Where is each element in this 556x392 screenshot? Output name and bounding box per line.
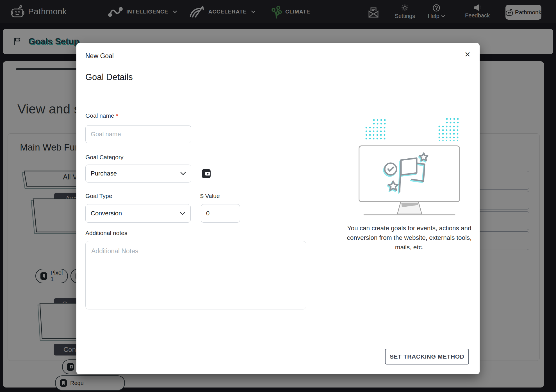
goal-type-label: Goal Type [85, 193, 112, 199]
dot-grid-decoration [437, 125, 460, 141]
app-root: Pathmonk INTELLIGENCE AC [0, 0, 556, 392]
goal-category-value: Purchase [91, 170, 117, 177]
value-input[interactable] [201, 204, 240, 223]
dot-grid-decoration [372, 118, 387, 126]
dot-grid-decoration [364, 126, 387, 141]
chevron-down-icon [180, 212, 185, 215]
goal-name-label: Goal name* [85, 112, 118, 119]
set-tracking-method-button[interactable]: SET TRACKING METHOD [385, 349, 469, 364]
notes-label: Additional notes [85, 230, 127, 236]
goal-type-value: Conversion [91, 210, 122, 217]
modal-title: New Goal [85, 52, 114, 60]
goal-flags-illustration [382, 150, 439, 196]
dot-grid-decoration [445, 117, 460, 125]
illustration-caption: You can create goals for events, actions… [347, 224, 472, 252]
modal-section-title: Goal Details [85, 72, 133, 82]
goal-name-input[interactable] [85, 125, 191, 143]
chevron-down-icon [180, 172, 186, 175]
notes-textarea[interactable] [85, 241, 306, 309]
goal-category-label: Goal Category [85, 154, 123, 161]
goal-category-select[interactable]: Purchase [85, 165, 191, 183]
goal-type-select[interactable]: Conversion [85, 204, 191, 223]
new-goal-modal: New Goal ✕ Goal Details Goal name* Goal … [76, 43, 480, 374]
required-asterisk: * [116, 112, 118, 119]
monitor-stand [362, 202, 457, 216]
value-label: $ Value [200, 193, 220, 199]
close-icon[interactable]: ✕ [464, 51, 471, 58]
wallet-icon [202, 169, 211, 178]
